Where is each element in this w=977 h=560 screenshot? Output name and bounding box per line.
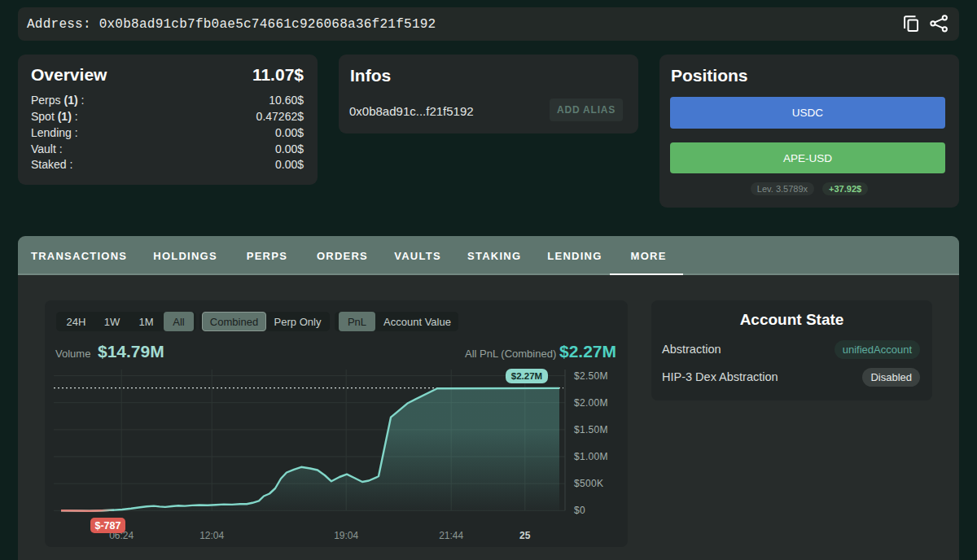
svg-text:$2.50M: $2.50M xyxy=(574,370,608,382)
svg-text:$1.50M: $1.50M xyxy=(574,424,608,435)
svg-text:$500K: $500K xyxy=(574,478,603,489)
svg-text:21:44: 21:44 xyxy=(439,530,463,541)
svg-text:$1.00M: $1.00M xyxy=(574,451,608,462)
svg-text:19:04: 19:04 xyxy=(334,530,358,541)
svg-text:12:04: 12:04 xyxy=(199,530,224,541)
svg-text:25: 25 xyxy=(519,530,531,541)
svg-text:$0: $0 xyxy=(574,505,585,516)
svg-text:$2.00M: $2.00M xyxy=(574,397,608,409)
